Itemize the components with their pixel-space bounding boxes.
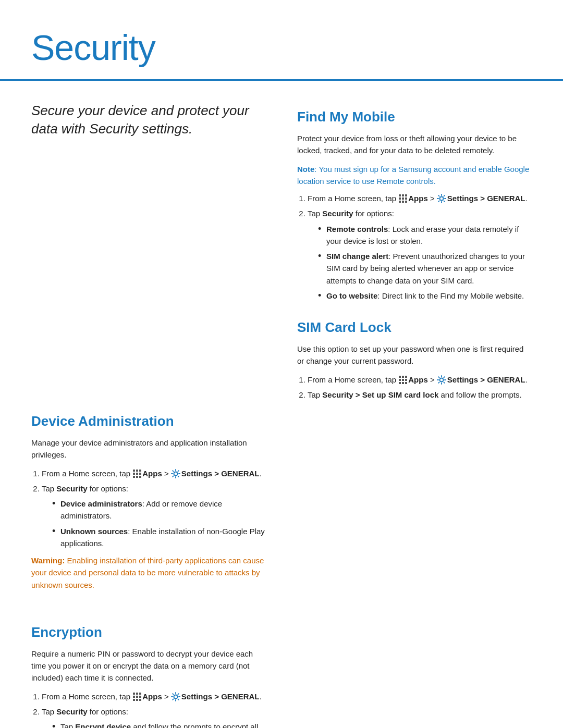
subtitle-text: Secure your device and protect your data… [31, 102, 266, 138]
settings-icon-da [171, 469, 180, 478]
sim-step2: Tap Security > Set up SIM card lock and … [308, 389, 532, 401]
svg-rect-1 [402, 194, 404, 196]
device-admin-title: Device Administration [31, 411, 266, 431]
svg-rect-2 [405, 194, 407, 196]
find-my-mobile-intro: Protect your device from loss or theft a… [297, 132, 532, 157]
bullet-unknown-sources: Unknown sources: Enable installation of … [52, 525, 266, 550]
svg-rect-23 [133, 473, 135, 475]
svg-rect-21 [136, 470, 138, 472]
bullet-device-admins: Device administrators: Add or remove dev… [52, 498, 266, 522]
svg-rect-24 [136, 473, 138, 475]
subtitle-block: Secure your device and protect your data… [31, 96, 266, 406]
page-title: Security [31, 21, 532, 79]
svg-rect-34 [136, 696, 138, 698]
svg-point-39 [174, 695, 177, 698]
svg-point-19 [439, 378, 443, 381]
page-header: Security [0, 0, 563, 81]
bullet-encrypt-device: Tap Encrypt device and follow the prompt… [52, 721, 266, 728]
svg-rect-12 [405, 376, 407, 378]
svg-rect-25 [139, 473, 141, 475]
svg-point-9 [439, 197, 443, 201]
device-admin-step1: From a Home screen, tap Apps > Settings … [42, 467, 266, 479]
svg-rect-5 [405, 198, 407, 200]
svg-rect-0 [399, 194, 401, 196]
svg-rect-7 [402, 201, 404, 203]
svg-rect-27 [136, 476, 138, 478]
device-admin-warning: Warning: Enabling installation of third-… [31, 554, 266, 591]
find-my-mobile-bullets: Remote controls: Lock and erase your dat… [318, 223, 532, 302]
svg-rect-31 [136, 693, 138, 695]
apps-icon [398, 194, 408, 203]
find-my-mobile-title: Find My Mobile [297, 107, 532, 127]
svg-rect-28 [139, 476, 141, 478]
encryption-bullets: Tap Encrypt device and follow the prompt… [52, 721, 266, 728]
svg-rect-15 [405, 379, 407, 381]
svg-rect-17 [402, 382, 404, 384]
svg-rect-35 [139, 696, 141, 698]
apps-icon-enc [132, 692, 142, 701]
bullet-go-to-website: Go to website: Direct link to the Find m… [318, 290, 532, 302]
sim-card-lock-title: SIM Card Lock [297, 317, 532, 338]
encryption-step2: Tap Security for options: Tap Encrypt de… [42, 706, 266, 728]
encryption-section: Encryption Require a numeric PIN or pass… [31, 617, 266, 728]
right-col-top: Find My Mobile Protect your device from … [297, 96, 532, 406]
svg-rect-13 [399, 379, 401, 381]
svg-rect-10 [399, 376, 401, 378]
sim-card-lock-steps: From a Home screen, tap Apps > Settings … [308, 374, 532, 401]
svg-rect-37 [136, 699, 138, 701]
settings-icon-enc [171, 692, 180, 701]
find-my-mobile-steps: From a Home screen, tap Apps > Settings … [308, 192, 532, 302]
svg-rect-8 [405, 201, 407, 203]
svg-rect-20 [133, 470, 135, 472]
svg-rect-11 [402, 376, 404, 378]
svg-rect-18 [405, 382, 407, 384]
sim-step1: From a Home screen, tap Apps > Settings … [308, 374, 532, 386]
svg-rect-14 [402, 379, 404, 381]
apps-icon-sim [398, 375, 408, 385]
svg-rect-32 [139, 693, 141, 695]
svg-rect-4 [402, 198, 404, 200]
page-container: Security Secure your device and protect … [0, 0, 563, 728]
sim-card-lock-section: SIM Card Lock Use this option to set up … [297, 317, 532, 401]
apps-icon-da [132, 469, 142, 478]
device-admin-step2: Tap Security for options: Device adminis… [42, 483, 266, 549]
device-admin-intro: Manage your device administrators and ap… [31, 437, 266, 461]
find-my-mobile-section: Find My Mobile Protect your device from … [297, 107, 532, 302]
settings-icon-sim [437, 375, 446, 385]
find-my-mobile-note: Note: You must sign up for a Samsung acc… [297, 163, 532, 188]
svg-rect-22 [139, 470, 141, 472]
svg-point-29 [174, 472, 177, 475]
encryption-title: Encryption [31, 622, 266, 643]
device-admin-section: Device Administration Manage your device… [31, 406, 266, 596]
svg-rect-26 [133, 476, 135, 478]
svg-rect-36 [133, 699, 135, 701]
encryption-steps: From a Home screen, tap Apps > Settings … [42, 690, 266, 729]
encryption-intro: Require a numeric PIN or password to dec… [31, 648, 266, 684]
svg-rect-38 [139, 699, 141, 701]
svg-rect-16 [399, 382, 401, 384]
find-my-mobile-step1: From a Home screen, tap Apps > Settings … [308, 192, 532, 204]
svg-rect-33 [133, 696, 135, 698]
device-admin-steps: From a Home screen, tap Apps > Settings … [42, 467, 266, 550]
encryption-step1: From a Home screen, tap Apps > Settings … [42, 690, 266, 702]
svg-rect-30 [133, 693, 135, 695]
svg-rect-6 [399, 201, 401, 203]
settings-icon [437, 194, 446, 203]
sim-card-lock-intro: Use this option to set up your password … [297, 343, 532, 367]
bullet-sim-change-alert: SIM change alert: Prevent unauthorized c… [318, 250, 532, 287]
svg-rect-3 [399, 198, 401, 200]
content-area: Secure your device and protect your data… [0, 81, 563, 728]
bullet-remote-controls: Remote controls: Lock and erase your dat… [318, 223, 532, 248]
find-my-mobile-step2: Tap Security for options: Remote control… [308, 207, 532, 302]
device-admin-bullets: Device administrators: Add or remove dev… [52, 498, 266, 549]
